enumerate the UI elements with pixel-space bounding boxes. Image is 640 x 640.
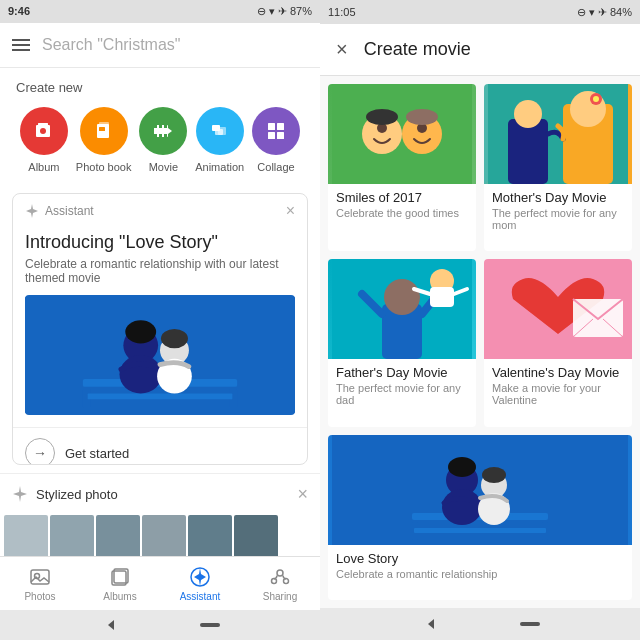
- svg-point-31: [161, 329, 188, 348]
- nav-sharing[interactable]: Sharing: [240, 557, 320, 609]
- sharing-icon: [269, 566, 291, 588]
- svg-rect-70: [414, 528, 546, 533]
- close-assistant-icon[interactable]: ×: [286, 202, 295, 220]
- valentines-subtitle: Make a movie for your Valentine: [492, 382, 624, 406]
- photo-thumb-1: [4, 515, 48, 557]
- create-movie[interactable]: Movie: [139, 107, 187, 173]
- signal-icon: ⊖: [257, 5, 266, 18]
- movie-grid: Smiles of 2017 Celebrate the good times: [320, 76, 640, 608]
- left-time: 9:46: [8, 5, 30, 17]
- svg-point-72: [442, 489, 482, 525]
- photo-thumb-2: [50, 515, 94, 557]
- valentines-thumbnail: [484, 259, 632, 359]
- photo-thumb-3: [96, 515, 140, 557]
- movie-card-mothers[interactable]: Mother's Day Movie The perfect movie for…: [484, 84, 632, 251]
- svg-rect-17: [268, 123, 275, 130]
- right-status-icons: ⊖ ▾ ✈ 84%: [577, 6, 632, 19]
- create-animation[interactable]: Animation: [195, 107, 244, 173]
- nav-albums[interactable]: Albums: [80, 557, 160, 609]
- photo-thumb-6: [234, 515, 278, 557]
- svg-rect-61: [430, 287, 454, 307]
- svg-rect-11: [154, 134, 157, 137]
- right-home-indicator: [520, 614, 540, 634]
- search-input[interactable]: Search "Christmas": [42, 36, 308, 54]
- svg-rect-1: [38, 123, 48, 125]
- svg-rect-9: [159, 125, 162, 128]
- collage-icon: [252, 107, 300, 155]
- svg-point-39: [284, 578, 289, 583]
- mothers-illustration: [488, 84, 628, 184]
- svg-marker-7: [168, 128, 172, 134]
- wifi-icon: ▾: [269, 5, 275, 18]
- fathers-subtitle: The perfect movie for any dad: [336, 382, 468, 406]
- love-info: Love Story Celebrate a romantic relation…: [328, 545, 632, 588]
- fathers-title: Father's Day Movie: [336, 365, 468, 380]
- left-system-nav: [0, 610, 320, 640]
- valentines-illustration: [488, 259, 628, 359]
- love-story-thumbnail: [25, 295, 295, 415]
- arrow-right-icon: →: [25, 438, 55, 464]
- albums-label: Albums: [103, 591, 136, 602]
- love-thumbnail: [328, 435, 632, 545]
- battery-text: 87%: [290, 5, 312, 17]
- svg-rect-53: [508, 119, 548, 184]
- mothers-thumbnail: [484, 84, 632, 184]
- right-battery: 84%: [610, 6, 632, 18]
- smiles-illustration: [332, 84, 472, 184]
- stylized-photo-bar: Stylized photo ×: [0, 473, 320, 515]
- right-time: 11:05: [328, 6, 356, 18]
- photos-label: Photos: [24, 591, 55, 602]
- create-collage[interactable]: Collage: [252, 107, 300, 173]
- sparkle-icon: [12, 486, 28, 502]
- right-header: × Create movie: [320, 24, 640, 76]
- search-bar: Search "Christmas": [0, 23, 320, 69]
- svg-point-38: [272, 578, 277, 583]
- valentines-title: Valentine's Day Movie: [492, 365, 624, 380]
- love-title: Love Story: [336, 551, 624, 566]
- svg-point-54: [514, 100, 542, 128]
- svg-rect-25: [88, 394, 233, 400]
- get-started-label: Get started: [65, 446, 129, 461]
- svg-rect-8: [154, 125, 157, 128]
- right-back-button[interactable]: [420, 614, 440, 634]
- svg-rect-18: [277, 123, 284, 130]
- assistant-nav-icon: [189, 566, 211, 588]
- nav-photos[interactable]: Photos: [0, 557, 80, 609]
- nav-assistant[interactable]: Assistant: [160, 557, 240, 609]
- mothers-info: Mother's Day Movie The perfect movie for…: [484, 184, 632, 239]
- create-movie-title: Create movie: [364, 39, 471, 60]
- svg-rect-13: [164, 134, 167, 137]
- create-photobook[interactable]: Photo book: [76, 107, 132, 173]
- close-button[interactable]: ×: [336, 38, 348, 61]
- create-album[interactable]: Album: [20, 107, 68, 173]
- right-wifi-icon: ▾: [589, 6, 595, 19]
- mothers-subtitle: The perfect movie for any mom: [492, 207, 624, 231]
- assistant-card-header: Assistant ×: [13, 194, 307, 228]
- svg-rect-16: [218, 127, 226, 135]
- movie-card-valentines[interactable]: Valentine's Day Movie Make a movie for y…: [484, 259, 632, 426]
- assistant-card-title: Introducing "Love Story": [25, 232, 295, 253]
- assistant-card: Assistant × Introducing "Love Story" Cel…: [12, 193, 308, 464]
- movie-card-fathers[interactable]: Father's Day Movie The perfect movie for…: [328, 259, 476, 426]
- get-started-row[interactable]: → Get started: [13, 427, 307, 464]
- movie-card-love[interactable]: Love Story Celebrate a romantic relation…: [328, 435, 632, 600]
- svg-point-47: [406, 109, 438, 125]
- assistant-nav-label: Assistant: [180, 591, 221, 602]
- svg-marker-77: [428, 619, 434, 629]
- close-stylized-icon[interactable]: ×: [297, 484, 308, 505]
- fathers-info: Father's Day Movie The perfect movie for…: [328, 359, 476, 414]
- svg-point-52: [593, 96, 599, 102]
- smiles-title: Smiles of 2017: [336, 190, 468, 205]
- right-panel: 11:05 ⊖ ▾ ✈ 84% × Create movie: [320, 0, 640, 640]
- svg-point-37: [277, 570, 283, 576]
- hamburger-menu[interactable]: [12, 39, 30, 51]
- svg-point-46: [366, 109, 398, 125]
- right-status-bar: 11:05 ⊖ ▾ ✈ 84%: [320, 0, 640, 24]
- right-system-nav: [320, 608, 640, 640]
- movie-card-smiles[interactable]: Smiles of 2017 Celebrate the good times: [328, 84, 476, 251]
- svg-rect-20: [277, 132, 284, 139]
- fathers-illustration: [332, 259, 472, 359]
- svg-rect-12: [159, 134, 162, 137]
- photobook-label: Photo book: [76, 161, 132, 173]
- back-button[interactable]: [100, 615, 120, 635]
